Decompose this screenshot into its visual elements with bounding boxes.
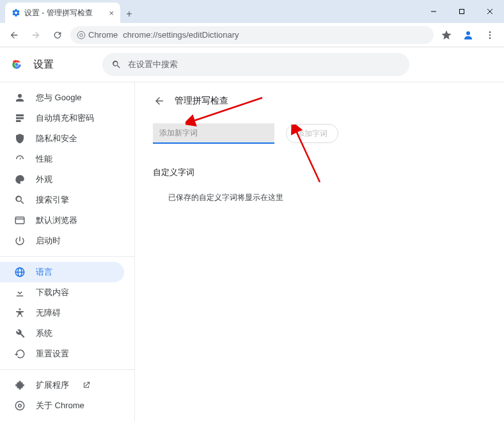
sidebar-label: 语言 xyxy=(36,266,52,278)
search-icon xyxy=(14,194,26,206)
shield-icon xyxy=(14,133,26,144)
settings-search[interactable]: 在设置中搜索 xyxy=(102,53,409,76)
window-titlebar: 设置 - 管理拼写检查 × + xyxy=(0,0,504,23)
forward-button[interactable] xyxy=(27,26,45,44)
panel-title: 管理拼写检查 xyxy=(175,95,228,107)
svg-point-4 xyxy=(77,31,85,39)
sidebar-label: 外观 xyxy=(36,174,52,185)
main-panel: 管理拼写检查 添加字词 自定义字词 已保存的自定义字词将显示在这里 xyxy=(134,82,504,421)
divider xyxy=(0,369,134,370)
sidebar-item-performance[interactable]: 性能 xyxy=(0,149,124,169)
sidebar-item-system[interactable]: 系统 xyxy=(0,323,124,344)
sidebar-item-languages[interactable]: 语言 xyxy=(0,262,124,282)
speed-icon xyxy=(14,153,26,165)
svg-rect-1 xyxy=(460,10,464,14)
url-text: chrome://settings/editDictionary xyxy=(123,30,239,40)
svg-point-9 xyxy=(489,37,491,39)
svg-point-7 xyxy=(489,31,491,33)
sidebar-label: 您与 Google xyxy=(36,92,82,103)
sidebar-label: 隐私和安全 xyxy=(36,133,77,144)
sidebar-item-about[interactable]: 关于 Chrome xyxy=(0,395,124,416)
minimize-button[interactable] xyxy=(420,2,448,21)
settings-header: 设置 在设置中搜索 xyxy=(0,47,504,82)
gear-icon xyxy=(12,8,20,17)
palette-icon xyxy=(14,174,26,185)
sidebar-label: 下载内容 xyxy=(36,287,69,298)
address-bar[interactable]: Chrome chrome://settings/editDictionary xyxy=(70,26,434,44)
chrome-small-icon xyxy=(14,400,26,411)
sidebar-item-accessibility[interactable]: 无障碍 xyxy=(0,303,124,323)
wrench-icon xyxy=(14,328,26,339)
autofill-icon xyxy=(14,112,26,124)
sidebar-item-appearance[interactable]: 外观 xyxy=(0,169,124,190)
sidebar-item-you-and-google[interactable]: 您与 Google xyxy=(0,88,124,108)
new-tab-button[interactable]: + xyxy=(120,5,138,23)
close-window-button[interactable] xyxy=(476,2,504,21)
site-chip: Chrome xyxy=(77,30,118,40)
sidebar-label: 默认浏览器 xyxy=(36,215,77,226)
svg-point-5 xyxy=(80,33,83,36)
maximize-button[interactable] xyxy=(448,2,476,21)
settings-sidebar: 您与 Google 自动填充和密码 隐私和安全 性能 外观 搜索引擎 默认浏览器… xyxy=(0,82,134,421)
sidebar-label: 自动填充和密码 xyxy=(36,112,94,124)
sidebar-label: 扩展程序 xyxy=(36,379,69,391)
extension-icon xyxy=(14,379,26,391)
divider xyxy=(0,256,134,257)
sidebar-label: 性能 xyxy=(36,153,52,165)
menu-icon[interactable] xyxy=(481,26,499,44)
sidebar-item-privacy[interactable]: 隐私和安全 xyxy=(0,128,124,149)
browser-tab[interactable]: 设置 - 管理拼写检查 × xyxy=(5,3,120,23)
sidebar-label: 系统 xyxy=(36,328,52,339)
svg-point-6 xyxy=(466,31,470,35)
sidebar-label: 重置设置 xyxy=(36,348,69,360)
search-icon xyxy=(111,59,122,70)
accessibility-icon xyxy=(14,307,26,319)
sidebar-label: 启动时 xyxy=(36,235,61,247)
sidebar-item-on-startup[interactable]: 启动时 xyxy=(0,231,124,251)
svg-point-20 xyxy=(19,404,22,408)
svg-rect-13 xyxy=(15,217,24,224)
chrome-icon xyxy=(77,31,86,40)
page-title: 设置 xyxy=(33,58,54,72)
download-icon xyxy=(14,287,26,298)
close-icon[interactable]: × xyxy=(109,8,114,18)
sidebar-item-default-browser[interactable]: 默认浏览器 xyxy=(0,210,124,231)
sidebar-label: 关于 Chrome xyxy=(36,400,84,411)
sidebar-label: 搜索引擎 xyxy=(36,194,69,206)
restore-icon xyxy=(14,348,26,360)
empty-state-text: 已保存的自定义字词将显示在这里 xyxy=(168,192,486,203)
power-icon xyxy=(14,235,26,247)
back-arrow-button[interactable] xyxy=(153,95,166,107)
custom-words-label: 自定义字词 xyxy=(153,167,486,178)
svg-point-8 xyxy=(489,34,491,36)
add-word-button[interactable]: 添加字词 xyxy=(286,124,338,143)
browser-toolbar: Chrome chrome://settings/editDictionary xyxy=(0,23,504,47)
reload-button[interactable] xyxy=(49,26,67,44)
site-chip-label: Chrome xyxy=(88,30,118,40)
profile-icon[interactable] xyxy=(459,26,477,44)
bookmark-icon[interactable] xyxy=(437,26,455,44)
sidebar-item-autofill[interactable]: 自动填充和密码 xyxy=(0,108,124,128)
sidebar-item-downloads[interactable]: 下载内容 xyxy=(0,282,124,303)
globe-icon xyxy=(14,266,26,278)
sidebar-label: 无障碍 xyxy=(36,307,61,319)
sidebar-item-reset[interactable]: 重置设置 xyxy=(0,344,124,364)
chrome-logo-icon xyxy=(10,58,23,71)
tab-title: 设置 - 管理拼写检查 xyxy=(24,8,105,19)
window-controls xyxy=(420,0,504,23)
svg-point-19 xyxy=(15,401,24,410)
person-icon xyxy=(14,92,26,103)
sidebar-item-search-engine[interactable]: 搜索引擎 xyxy=(0,190,124,210)
settings-search-placeholder: 在设置中搜索 xyxy=(128,59,178,70)
browser-icon xyxy=(14,215,26,226)
add-word-input[interactable] xyxy=(153,123,274,144)
sidebar-item-extensions[interactable]: 扩展程序 xyxy=(0,375,124,395)
back-button[interactable] xyxy=(5,26,23,44)
external-link-icon xyxy=(82,381,91,390)
svg-point-18 xyxy=(19,309,21,310)
